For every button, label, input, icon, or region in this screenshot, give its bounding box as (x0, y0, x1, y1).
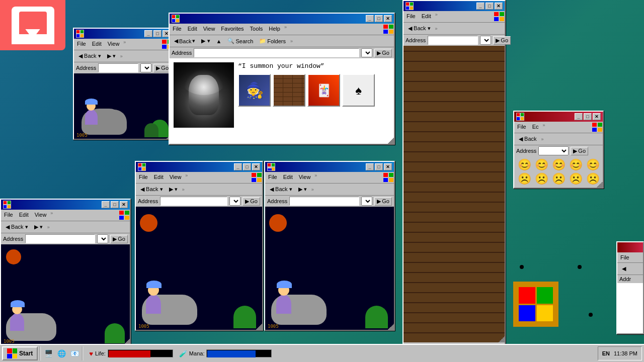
botleft-dropdown[interactable] (97, 234, 108, 243)
topleft-minimize[interactable]: _ (144, 30, 152, 37)
thumbnail-2[interactable] (273, 74, 305, 107)
botmidright-go-button[interactable]: ▶ Go (374, 197, 392, 206)
happy-face-1[interactable]: 😊 (516, 158, 532, 171)
emoji-menu-file[interactable]: File (514, 123, 529, 132)
menu-help[interactable]: Help (266, 25, 283, 34)
menu-edit[interactable]: Edit (185, 25, 200, 34)
start-button[interactable]: Start (2, 346, 38, 360)
brick-maximize-button[interactable]: □ (486, 3, 494, 10)
taskbar-icon-2[interactable]: 🌐 (56, 348, 67, 359)
thumbnail-1[interactable]: 🧙 (238, 74, 271, 107)
botmidright-back-button[interactable]: ◀ Back ▾ (267, 185, 295, 194)
botmidleft-extend[interactable]: » (181, 187, 186, 192)
sad-face-1[interactable]: ☹️ (516, 172, 532, 186)
botmidleft-minimize[interactable]: _ (234, 163, 242, 170)
go-button[interactable]: ▶ Go (374, 49, 392, 57)
thumbnail-4[interactable]: ♠ (342, 74, 375, 107)
botmidright-minimize[interactable]: _ (366, 163, 374, 170)
topleft-menu-edit[interactable]: Edit (89, 40, 105, 49)
topleft-menu-file[interactable]: File (74, 40, 89, 49)
brick-menu-extend[interactable]: » (434, 12, 439, 21)
topleft-back-button[interactable]: ◀ Back ▾ (76, 51, 104, 61)
emoji-maximize[interactable]: □ (584, 113, 592, 120)
menu-file[interactable]: File (170, 25, 185, 34)
botmidleft-dropdown[interactable] (229, 197, 240, 206)
emoji-resize-handle[interactable] (597, 182, 603, 188)
sad-face-2[interactable]: ☹️ (533, 172, 549, 186)
botmidright-menu-extend[interactable]: » (313, 173, 318, 182)
botmidleft-menu-extend[interactable]: » (184, 173, 189, 182)
botmidleft-resize-handle[interactable] (256, 324, 262, 330)
menu-tools[interactable]: Tools (247, 25, 266, 34)
maximize-button[interactable]: □ (375, 15, 383, 22)
folders-button[interactable]: 📁 Folders (257, 36, 288, 46)
brick-go-button[interactable]: ▶ Go (493, 36, 511, 45)
taskbar-icon-3[interactable]: 📧 (69, 348, 80, 359)
emoji-extend[interactable]: » (540, 137, 545, 142)
emoji-close[interactable]: ✕ (593, 113, 601, 120)
brick-menu-file[interactable]: File (404, 12, 419, 21)
botleft-toolbar-extend[interactable]: » (46, 225, 51, 230)
botmidright-maximize[interactable]: □ (375, 163, 383, 170)
brick-back-button[interactable]: ◀ Back ▾ (406, 24, 433, 33)
topleft-menu-view[interactable]: View (105, 40, 123, 49)
botmidright-fwd-button[interactable]: ▶ ▾ (296, 185, 309, 194)
thumbnail-3[interactable]: 🃏 (307, 74, 340, 107)
botmidleft-address-input[interactable] (160, 197, 227, 206)
menu-extend[interactable]: » (283, 25, 288, 34)
botleft-back-button[interactable]: ◀ Back ▾ (3, 222, 31, 232)
topleft-dropdown[interactable] (140, 63, 151, 72)
brick-address-input[interactable] (428, 36, 478, 45)
botleft-fwd-button[interactable]: ▶ ▾ (32, 222, 45, 232)
brick-resize-handle[interactable] (499, 336, 505, 342)
emoji-address-dropdown[interactable] (538, 146, 569, 155)
sad-face-3[interactable]: ☹️ (550, 172, 567, 186)
botmidleft-back-button[interactable]: ◀ Back ▾ (138, 185, 166, 194)
botleft-menu-extend[interactable]: » (49, 211, 54, 220)
minimize-button[interactable]: _ (366, 15, 374, 22)
botleft-menu-file[interactable]: File (1, 211, 16, 220)
emoji-menu-ec[interactable]: Ec (529, 123, 542, 132)
botmidright-menu-edit[interactable]: Edit (280, 173, 296, 182)
toolbar-extend[interactable]: » (289, 39, 294, 44)
botmidright-address-input[interactable] (289, 197, 359, 206)
botmidleft-menu-edit[interactable]: Edit (151, 173, 167, 182)
topleft-fwd-button[interactable]: ▶ ▾ (105, 51, 118, 61)
botmidright-menu-file[interactable]: File (265, 173, 280, 182)
botmidright-resize-handle[interactable] (388, 324, 394, 330)
emoji-minimize[interactable]: _ (575, 113, 583, 120)
happy-face-2[interactable]: 😊 (533, 158, 549, 171)
address-input[interactable] (194, 48, 359, 57)
happy-face-4[interactable]: 😊 (568, 158, 584, 171)
botleft-close[interactable]: ✕ (120, 201, 128, 208)
botmidleft-close[interactable]: ✕ (252, 163, 260, 170)
brick-minimize-button[interactable]: _ (476, 3, 485, 10)
botmidleft-go-button[interactable]: ▶ Go (243, 197, 260, 206)
topleft-menu-extend[interactable]: » (122, 40, 127, 49)
sad-face-4[interactable]: ☹️ (568, 172, 584, 186)
botleft-minimize[interactable]: _ (102, 201, 110, 208)
taskbar-icon-1[interactable]: 🖥️ (43, 348, 54, 359)
search-button[interactable]: 🔍 Search (225, 36, 256, 46)
brick-menu-edit[interactable]: Edit (419, 12, 434, 21)
botmidleft-menu-view[interactable]: View (167, 173, 185, 182)
resize-handle[interactable] (388, 138, 394, 144)
forward-button[interactable]: ▶ ▾ (199, 36, 212, 46)
farright-menu-file[interactable]: File (617, 253, 632, 261)
botmidleft-maximize[interactable]: □ (243, 163, 251, 170)
emoji-back-button[interactable]: ◀ Back (516, 134, 539, 144)
happy-face-3[interactable]: 😊 (550, 158, 567, 171)
botmidright-dropdown[interactable] (361, 197, 372, 206)
menu-favorites[interactable]: Favorites (218, 25, 247, 34)
botleft-address-input[interactable] (25, 234, 95, 243)
topleft-maximize[interactable]: □ (153, 30, 162, 37)
topleft-address-input[interactable] (98, 63, 138, 72)
botmidright-menu-view[interactable]: View (296, 173, 314, 182)
botleft-menu-edit[interactable]: Edit (16, 211, 32, 220)
back-button[interactable]: ◀ Back ▾ (172, 36, 198, 46)
topleft-toolbar-extend[interactable]: » (119, 54, 124, 59)
address-dropdown[interactable] (361, 48, 372, 57)
menu-view[interactable]: View (200, 25, 218, 34)
botmidright-extend[interactable]: » (310, 187, 315, 192)
brick-toolbar-extend[interactable]: » (434, 26, 439, 31)
